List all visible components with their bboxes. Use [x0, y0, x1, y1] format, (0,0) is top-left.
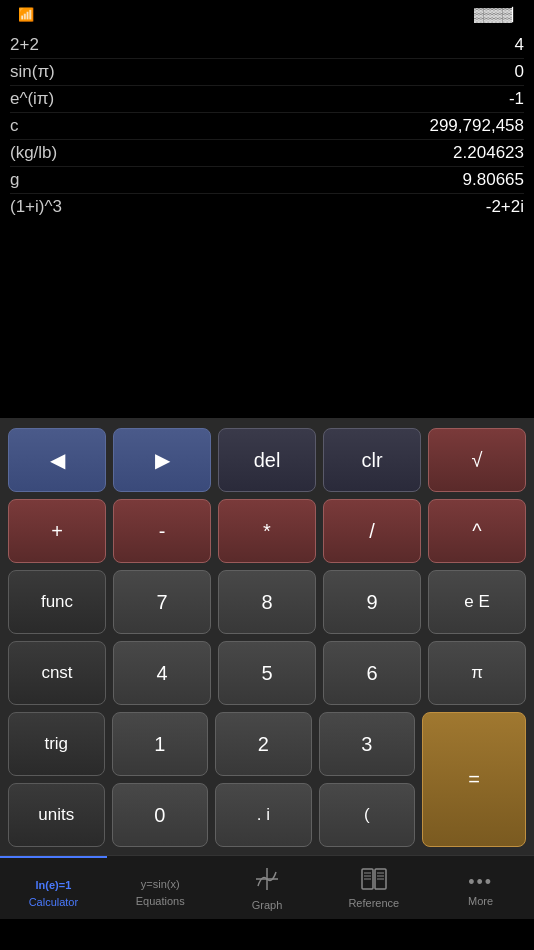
calc-row: c 299,792,458 — [10, 113, 524, 140]
status-bar: 📶 ▓▓▓▓▏ — [0, 0, 534, 28]
calc-result: 9.80665 — [19, 170, 524, 190]
calc-row: e^(iπ) -1 — [10, 86, 524, 113]
tab-icon-more: ••• — [468, 870, 493, 892]
key-exponent[interactable]: e E — [428, 570, 526, 634]
tab-label-reference: Reference — [348, 897, 399, 909]
key-two[interactable]: 2 — [215, 712, 312, 776]
calc-row: g 9.80665 — [10, 167, 524, 194]
status-left: 📶 — [12, 7, 34, 22]
key-minus[interactable]: - — [113, 499, 211, 563]
key-plus[interactable]: + — [8, 499, 106, 563]
key-cursor-left[interactable]: ◀ — [8, 428, 106, 492]
calculation-history: 2+2 4 sin(π) 0 e^(iπ) -1 c 299,792,458 (… — [10, 32, 524, 220]
key-trig[interactable]: trig — [8, 712, 105, 776]
key-divide[interactable]: / — [323, 499, 421, 563]
key-one[interactable]: 1 — [112, 712, 209, 776]
tab-label-calculator: Calculator — [29, 896, 79, 908]
key-cursor-right[interactable]: ▶ — [113, 428, 211, 492]
key-cnst[interactable]: cnst — [8, 641, 106, 705]
calc-expr: (kg/lb) — [10, 143, 57, 163]
key-six[interactable]: 6 — [323, 641, 421, 705]
calc-expr: 2+2 — [10, 35, 39, 55]
key-multiply[interactable]: * — [218, 499, 316, 563]
key-row-0: ◀▶delclr√ — [8, 428, 526, 492]
key-rows-4-5: trig123units0. i(= — [8, 712, 526, 847]
tab-icon-calculator: ln(e)=1 — [36, 871, 72, 893]
calc-row: 2+2 4 — [10, 32, 524, 59]
battery-icon: ▓▓▓▓▏ — [474, 7, 522, 22]
calc-result: -1 — [54, 89, 524, 109]
key-row-3: cnst456π — [8, 641, 526, 705]
key-pi[interactable]: π — [428, 641, 526, 705]
calc-expr: c — [10, 116, 19, 136]
tab-label-graph: Graph — [252, 899, 283, 911]
tab-label-more: More — [468, 895, 493, 907]
tab-icon-equations: y=sin(x) — [141, 870, 180, 892]
key-equals[interactable]: = — [422, 712, 526, 847]
key-nine[interactable]: 9 — [323, 570, 421, 634]
wifi-icon: 📶 — [18, 7, 34, 22]
key-three[interactable]: 3 — [319, 712, 416, 776]
key-five[interactable]: 5 — [218, 641, 316, 705]
tab-bar: ln(e)=1 Calculator y=sin(x) Equations Gr… — [0, 855, 534, 919]
key-clear[interactable]: clr — [323, 428, 421, 492]
key-func[interactable]: func — [8, 570, 106, 634]
calc-expr: sin(π) — [10, 62, 55, 82]
tab-label-equations: Equations — [136, 895, 185, 907]
tab-reference[interactable]: Reference — [320, 856, 427, 919]
calc-result: 0 — [55, 62, 524, 82]
calc-result: 299,792,458 — [19, 116, 525, 136]
calc-expr: e^(iπ) — [10, 89, 54, 109]
calc-result: -2+2i — [62, 197, 524, 217]
tab-calculator[interactable]: ln(e)=1 Calculator — [0, 856, 107, 919]
key-open-paren[interactable]: ( — [319, 783, 416, 847]
key-eight[interactable]: 8 — [218, 570, 316, 634]
calculator-keyboard: ◀▶delclr√+-*/^func789e Ecnst456πtrig123u… — [0, 418, 534, 855]
key-units[interactable]: units — [8, 783, 105, 847]
calc-row: (kg/lb) 2.204623 — [10, 140, 524, 167]
tab-more[interactable]: ••• More — [427, 856, 534, 919]
key-zero[interactable]: 0 — [112, 783, 209, 847]
calc-result: 4 — [39, 35, 524, 55]
calc-row: sin(π) 0 — [10, 59, 524, 86]
tab-equations[interactable]: y=sin(x) Equations — [107, 856, 214, 919]
key-delete[interactable]: del — [218, 428, 316, 492]
key-row-2: func789e E — [8, 570, 526, 634]
calculator-display: 2+2 4 sin(π) 0 e^(iπ) -1 c 299,792,458 (… — [0, 28, 534, 418]
calc-result: 2.204623 — [57, 143, 524, 163]
tab-icon-graph — [254, 866, 280, 896]
calc-expr: g — [10, 170, 19, 190]
tab-icon-reference — [361, 868, 387, 894]
key-sqrt[interactable]: √ — [428, 428, 526, 492]
key-power[interactable]: ^ — [428, 499, 526, 563]
tab-graph[interactable]: Graph — [214, 856, 321, 919]
key-row-5: units0. i( — [8, 783, 415, 847]
key-row-1: +-*/^ — [8, 499, 526, 563]
key-dot-i[interactable]: . i — [215, 783, 312, 847]
key-seven[interactable]: 7 — [113, 570, 211, 634]
status-right: ▓▓▓▓▏ — [474, 7, 522, 22]
calc-expr: (1+i)^3 — [10, 197, 62, 217]
calc-row: (1+i)^3 -2+2i — [10, 194, 524, 220]
key-row-4: trig123 — [8, 712, 415, 776]
key-four[interactable]: 4 — [113, 641, 211, 705]
